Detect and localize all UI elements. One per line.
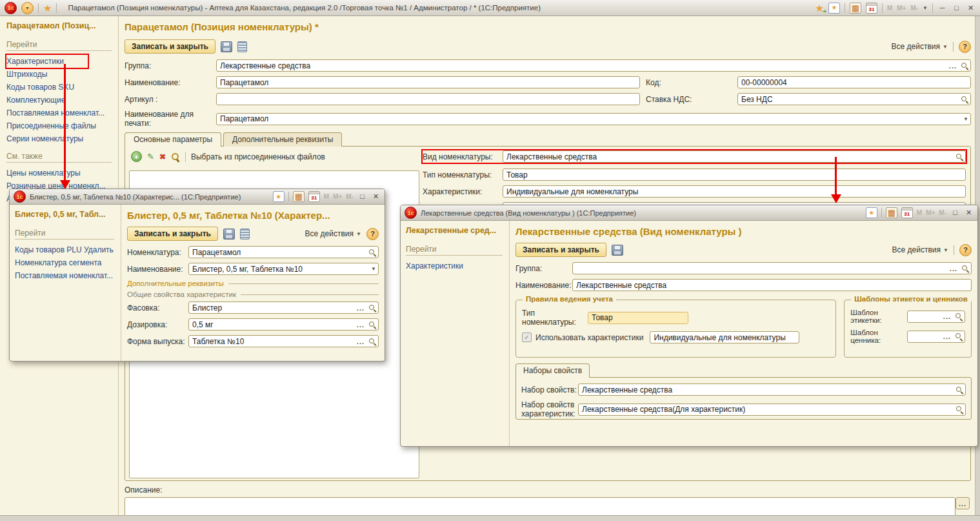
- choose-attached-files-button[interactable]: Выбрать из присоединенных файлов: [191, 152, 325, 161]
- list-icon[interactable]: [237, 41, 247, 52]
- sidebar-item-supplied-nomenclature[interactable]: Поставляемая номенклат...: [15, 269, 121, 282]
- memory-m-button[interactable]: M: [324, 193, 329, 200]
- name-field[interactable]: Лекарственные средства: [572, 279, 972, 291]
- save-close-button[interactable]: Записать и закрыть: [127, 227, 218, 241]
- lookup-button[interactable]: [959, 60, 970, 71]
- ellipsis-button[interactable]: ...: [941, 331, 953, 342]
- sidebar-item-series[interactable]: Серии номенклатуры: [6, 132, 118, 145]
- memory-mminus-button[interactable]: M-: [939, 209, 946, 216]
- sidebar-item-prices[interactable]: Цены номенклатуры: [6, 167, 118, 179]
- lookup-button[interactable]: [366, 319, 378, 330]
- all-actions-button[interactable]: Все действия▼: [892, 42, 948, 51]
- vat-field[interactable]: Без НДС: [737, 93, 971, 105]
- article-field[interactable]: [216, 93, 640, 105]
- close-button[interactable]: ✕: [964, 209, 974, 216]
- ellipsis-button[interactable]: ...: [947, 60, 959, 71]
- use-characteristics-checkbox[interactable]: ✓: [522, 332, 532, 342]
- save-icon[interactable]: [221, 41, 232, 52]
- group-field[interactable]: Лекарственные средства ...: [216, 59, 971, 72]
- dropdown-button[interactable]: ▼: [961, 114, 970, 125]
- lookup-button[interactable]: [959, 94, 970, 105]
- nomenclature-field[interactable]: Парацетамол: [188, 246, 379, 258]
- sidebar-item-characteristics[interactable]: Характеристики: [406, 260, 509, 272]
- help-button[interactable]: ?: [366, 228, 379, 240]
- favorites-box-icon[interactable]: ★: [828, 3, 840, 14]
- chevron-down-icon[interactable]: ▼: [923, 5, 928, 11]
- additional-attributes-separator[interactable]: Дополнительные реквизиты: [127, 280, 379, 287]
- ellipsis-button[interactable]: ...: [948, 263, 959, 274]
- add-favorite-icon[interactable]: ★: [815, 3, 823, 13]
- ellipsis-button[interactable]: ...: [355, 336, 366, 347]
- favorites-box-icon[interactable]: ★: [866, 207, 877, 218]
- add-button[interactable]: +: [131, 151, 142, 162]
- delete-icon[interactable]: ✖: [159, 152, 166, 161]
- sidebar-item-attached-files[interactable]: Присоединенные файлы: [6, 119, 118, 132]
- characteristics-field[interactable]: Индивидуальные для номенклатуры: [503, 185, 966, 198]
- lookup-button[interactable]: [959, 263, 971, 274]
- price-template-field[interactable]: ...: [907, 331, 965, 343]
- maximize-button[interactable]: □: [357, 193, 367, 200]
- lookup-button[interactable]: [953, 311, 965, 322]
- main-menu-button[interactable]: ▼: [21, 2, 34, 14]
- sidebar-item-segment-nomenclature[interactable]: Номенклатура сегмента: [15, 256, 121, 269]
- nomenclature-type-field[interactable]: Товар: [503, 169, 966, 181]
- favorites-box-icon[interactable]: ★: [273, 191, 285, 202]
- lookup-button[interactable]: [954, 384, 965, 395]
- group-field[interactable]: ...: [572, 262, 972, 274]
- sidebar-item-supplied-nomenclature[interactable]: Поставляемая номенклат...: [6, 107, 118, 119]
- type-field[interactable]: Товар: [588, 312, 688, 324]
- close-button[interactable]: ✕: [371, 193, 381, 200]
- memory-mplus-button[interactable]: M+: [333, 193, 342, 200]
- edit-pencil-icon[interactable]: ✎: [147, 152, 154, 161]
- sidebar-item-barcodes[interactable]: Штрихкоды: [6, 68, 118, 81]
- memory-m-button[interactable]: M: [917, 209, 922, 216]
- name-field[interactable]: Парацетамол: [216, 76, 640, 88]
- favorites-star-icon[interactable]: ★: [43, 3, 52, 13]
- sidebar-item-characteristics[interactable]: Характеристики: [6, 55, 88, 68]
- lookup-button[interactable]: [366, 247, 378, 258]
- calendar-icon[interactable]: 31: [308, 191, 320, 202]
- lookup-button[interactable]: [954, 404, 965, 415]
- sidebar-item-components[interactable]: Комплектующие: [6, 94, 118, 107]
- ellipsis-button[interactable]: ...: [941, 311, 953, 322]
- nomenclature-kind-field[interactable]: Лекарственные средства: [503, 150, 966, 163]
- memory-m-button[interactable]: M: [887, 5, 892, 12]
- save-close-button[interactable]: Записать и закрыть: [125, 39, 215, 54]
- sidebar-item-plu-codes[interactable]: Коды товаров PLU Удалить: [15, 243, 121, 256]
- dropdown-button[interactable]: ▼: [369, 263, 378, 274]
- help-button[interactable]: ?: [959, 41, 971, 53]
- calendar-icon[interactable]: 31: [901, 207, 913, 218]
- memory-mplus-button[interactable]: M+: [897, 5, 906, 12]
- ellipsis-button[interactable]: ...: [355, 302, 366, 313]
- all-actions-button[interactable]: Все действия▼: [892, 245, 948, 254]
- tab-property-sets[interactable]: Наборы свойств: [515, 363, 590, 378]
- maximize-button[interactable]: □: [952, 5, 961, 12]
- help-button[interactable]: ?: [959, 244, 972, 256]
- tab-additional-attributes[interactable]: Дополнительные реквизиты: [223, 132, 342, 147]
- characteristic-property-set-field[interactable]: Лекарственные средства(Для характеристик…: [578, 404, 966, 416]
- release-form-field[interactable]: Таблетка №10 ...: [188, 335, 379, 347]
- label-template-field[interactable]: ...: [907, 311, 965, 323]
- description-ellipsis-button[interactable]: ...: [955, 497, 970, 509]
- name-field[interactable]: Блистер, 0,5 мг, Таблетка №10 ▼: [188, 263, 379, 275]
- lookup-button[interactable]: [953, 331, 965, 342]
- use-characteristics-field[interactable]: Индивидуальные для номенклатуры: [650, 331, 799, 343]
- close-button[interactable]: ✕: [966, 5, 975, 12]
- property-set-field[interactable]: Лекарственные средства: [578, 383, 966, 396]
- lookup-button[interactable]: [366, 302, 378, 313]
- all-actions-button[interactable]: Все действия▼: [305, 229, 361, 238]
- sidebar-item-sku-codes[interactable]: Коды товаров SKU: [6, 81, 118, 94]
- calculator-icon[interactable]: ▦: [886, 207, 897, 218]
- save-icon[interactable]: [612, 245, 623, 256]
- packing-field[interactable]: Блистер ...: [188, 301, 379, 314]
- dosage-field[interactable]: 0,5 мг ...: [188, 318, 379, 331]
- tab-basic-parameters[interactable]: Основные параметры: [125, 132, 221, 147]
- ellipsis-button[interactable]: ...: [355, 319, 366, 330]
- save-close-button[interactable]: Записать и закрыть: [515, 243, 606, 257]
- calendar-icon[interactable]: 31: [866, 3, 877, 14]
- lookup-button[interactable]: [954, 151, 965, 162]
- search-icon[interactable]: [171, 152, 180, 161]
- memory-mminus-button[interactable]: M-: [346, 193, 354, 200]
- lookup-button[interactable]: [366, 336, 378, 347]
- maximize-button[interactable]: □: [950, 209, 960, 216]
